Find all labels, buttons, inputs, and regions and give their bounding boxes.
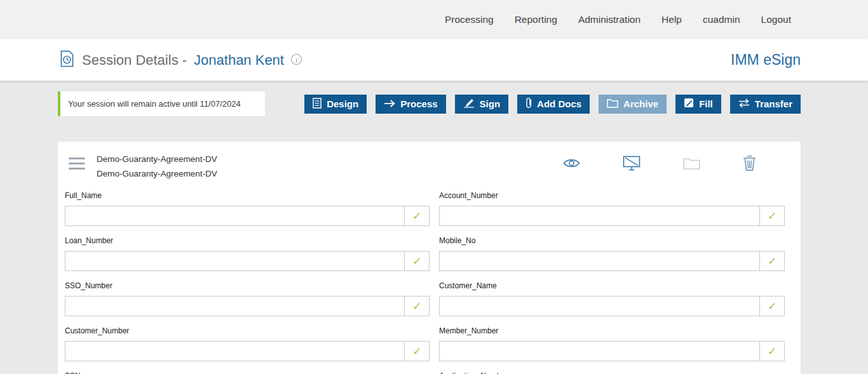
field-grid: Full_Name ✓ Loan_Number ✓ SSO_Number	[58, 182, 801, 374]
field-valid-check-icon: ✓	[759, 251, 785, 271]
field-column-left: Full_Name ✓ Loan_Number ✓ SSO_Number	[65, 186, 430, 374]
field-full-name: Full_Name ✓	[65, 191, 430, 226]
field-ssn: SSN ✓	[65, 371, 430, 374]
add-docs-button-label: Add Docs	[537, 98, 581, 109]
fill-form-icon	[684, 98, 694, 110]
field-input-sso-number[interactable]	[65, 296, 405, 316]
document-name: Demo-Guaranty-Agreement-DV	[97, 152, 217, 166]
paperclip-icon	[526, 97, 532, 110]
page-title: Session Details -	[82, 52, 187, 69]
brand-logo: IMM eSign	[731, 51, 801, 69]
field-valid-check-icon: ✓	[759, 206, 785, 226]
sign-button-label: Sign	[480, 98, 501, 109]
field-input-member-number[interactable]	[439, 341, 760, 361]
sign-pen-icon	[463, 98, 475, 110]
field-label: Mobile_No	[439, 236, 785, 245]
fill-button-label: Fill	[699, 98, 713, 109]
info-icon[interactable]: i	[291, 54, 302, 65]
field-input-mobile-no[interactable]	[439, 251, 760, 271]
folder-icon[interactable]	[683, 157, 700, 170]
document-card: Demo-Guaranty-Agreement-DV Demo-Guaranty…	[58, 142, 801, 374]
field-valid-check-icon: ✓	[404, 296, 430, 316]
nav-logout[interactable]: Logout	[761, 14, 791, 25]
process-button[interactable]: Process	[376, 95, 445, 114]
field-customer-number: Customer_Number ✓	[65, 326, 430, 361]
document-name-secondary: Demo-Guaranty-Agreement-DV	[97, 166, 217, 181]
archive-button[interactable]: Archive	[599, 95, 667, 114]
process-arrow-icon	[384, 98, 395, 109]
field-input-full-name[interactable]	[65, 206, 405, 226]
field-label: Loan_Number	[65, 236, 430, 245]
sign-button[interactable]: Sign	[455, 95, 509, 114]
field-valid-check-icon: ✓	[404, 206, 430, 226]
field-label: Customer_Name	[439, 281, 785, 290]
field-label: Member_Number	[439, 326, 785, 335]
top-nav-bar: Processing Reporting Administration Help…	[0, 0, 868, 39]
preview-eye-icon[interactable]	[563, 157, 580, 169]
process-button-label: Process	[400, 98, 437, 109]
main-content: Your session will remain active until 11…	[0, 81, 868, 374]
transfer-button[interactable]: Transfer	[730, 95, 801, 114]
session-expiry-text: Your session will remain active until 11…	[68, 99, 241, 109]
nav-help[interactable]: Help	[661, 14, 682, 25]
field-member-number: Member_Number ✓	[439, 326, 785, 361]
fill-button[interactable]: Fill	[675, 95, 721, 114]
archive-button-label: Archive	[623, 98, 658, 109]
field-label: Customer_Number	[65, 326, 430, 335]
field-valid-check-icon: ✓	[759, 341, 785, 361]
field-input-customer-name[interactable]	[439, 296, 760, 316]
field-customer-name: Customer_Name ✓	[439, 281, 785, 316]
monitor-view-icon[interactable]	[623, 156, 641, 171]
field-label: SSN	[65, 371, 430, 374]
drag-handle-icon[interactable]	[69, 157, 85, 170]
nav-administration[interactable]: Administration	[578, 14, 641, 25]
field-application-number: Application_Number ✓	[439, 371, 785, 374]
design-button-label: Design	[327, 98, 358, 109]
transfer-button-label: Transfer	[755, 98, 792, 109]
field-account-number: Account_Number ✓	[439, 191, 785, 226]
field-column-right: Account_Number ✓ Mobile_No ✓ Customer_Na…	[439, 186, 785, 374]
session-user-link[interactable]: Jonathan Kent	[194, 52, 284, 69]
field-input-account-number[interactable]	[439, 206, 760, 226]
design-document-icon	[313, 98, 322, 110]
field-valid-check-icon: ✓	[404, 341, 430, 361]
nav-reporting[interactable]: Reporting	[515, 14, 557, 25]
field-valid-check-icon: ✓	[404, 251, 430, 271]
top-nav: Processing Reporting Administration Help…	[445, 14, 791, 25]
page-header: Session Details - Jonathan Kent i IMM eS…	[0, 39, 868, 81]
field-loan-number: Loan_Number ✓	[65, 236, 430, 271]
session-clock-icon	[59, 50, 75, 70]
action-toolbar: Design Process Sign Add Docs	[304, 95, 801, 114]
design-button[interactable]: Design	[304, 95, 367, 114]
field-label: Full_Name	[65, 191, 430, 200]
field-mobile-no: Mobile_No ✓	[439, 236, 785, 271]
field-input-customer-number[interactable]	[65, 341, 405, 361]
add-docs-button[interactable]: Add Docs	[517, 95, 590, 114]
archive-folder-icon	[607, 98, 618, 110]
nav-processing[interactable]: Processing	[445, 14, 494, 25]
field-label: Account_Number	[439, 191, 785, 200]
nav-user-cuadmin[interactable]: cuadmin	[703, 14, 740, 25]
field-label: Application_Number	[439, 371, 785, 374]
field-valid-check-icon: ✓	[759, 296, 785, 316]
session-expiry-notice: Your session will remain active until 11…	[58, 91, 265, 116]
field-label: SSO_Number	[65, 281, 430, 290]
trash-icon[interactable]	[743, 155, 756, 171]
field-sso-number: SSO_Number ✓	[65, 281, 430, 316]
transfer-arrows-icon	[738, 98, 750, 110]
field-input-loan-number[interactable]	[65, 251, 405, 271]
